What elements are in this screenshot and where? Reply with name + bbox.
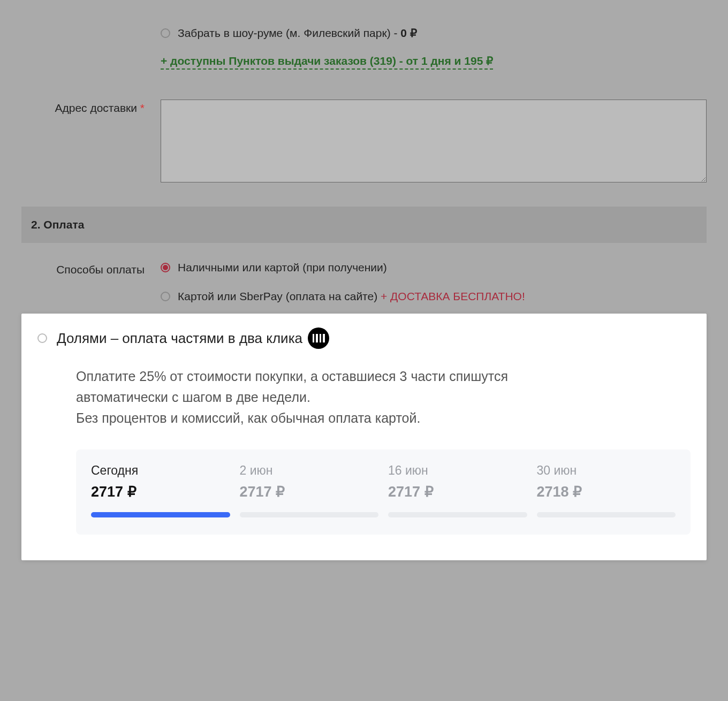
dolyame-title: Долями – оплата частями в два клика	[57, 330, 302, 347]
address-label: Адрес доставки *	[21, 100, 161, 185]
schedule-installment: 30 июн 2718 ₽	[537, 463, 676, 517]
schedule-installment: 2 июн 2717 ₽	[240, 463, 379, 517]
dolyame-schedule: Сегодня 2717 ₽ 2 июн 2717 ₽ 16 июн 2717 …	[76, 449, 691, 535]
cash-label: Наличными или картой (при получении)	[178, 261, 387, 274]
schedule-bar	[388, 512, 527, 517]
section-header-payment: 2. Оплата	[21, 207, 707, 243]
radio-icon	[161, 263, 170, 272]
dolyame-logo-icon	[308, 327, 329, 349]
schedule-amount: 2717 ₽	[91, 483, 230, 500]
pickup-points-link[interactable]: + доступны Пунктов выдачи заказов (319) …	[161, 55, 493, 70]
payment-option-cash[interactable]: Наличными или картой (при получении)	[161, 261, 707, 274]
dolyame-description: Оплатите 25% от стоимости покупки, а ост…	[76, 366, 558, 428]
schedule-bar	[91, 512, 230, 517]
radio-icon	[37, 333, 47, 343]
schedule-installment: Сегодня 2717 ₽	[91, 463, 230, 517]
schedule-date: 16 июн	[388, 463, 527, 478]
delivery-option-showroom[interactable]: Забрать в шоу-руме (м. Филевский парк) -…	[161, 27, 707, 40]
radio-icon	[161, 292, 170, 301]
schedule-date: 2 июн	[240, 463, 379, 478]
schedule-bar	[240, 512, 379, 517]
payment-methods-label: Способы оплаты	[21, 261, 161, 306]
payment-option-dolyame-panel: Долями – оплата частями в два клика Опла…	[21, 314, 707, 560]
schedule-amount: 2717 ₽	[388, 483, 527, 500]
showroom-label: Забрать в шоу-руме (м. Филевский парк) -…	[178, 27, 417, 40]
schedule-bar	[537, 512, 676, 517]
schedule-date: 30 июн	[537, 463, 676, 478]
radio-icon	[161, 28, 170, 38]
card-label: Картой или SberPay (оплата на сайте) + Д…	[178, 290, 525, 303]
payment-option-dolyame[interactable]: Долями – оплата частями в два клика	[37, 327, 691, 349]
schedule-installment: 16 июн 2717 ₽	[388, 463, 527, 517]
schedule-amount: 2717 ₽	[240, 483, 379, 500]
address-input[interactable]	[161, 100, 707, 182]
schedule-date: Сегодня	[91, 463, 230, 478]
schedule-amount: 2718 ₽	[537, 483, 676, 500]
payment-option-card[interactable]: Картой или SberPay (оплата на сайте) + Д…	[161, 290, 707, 303]
